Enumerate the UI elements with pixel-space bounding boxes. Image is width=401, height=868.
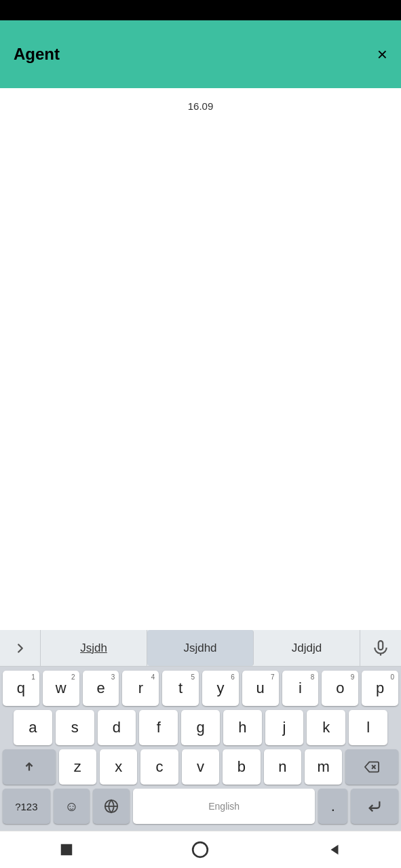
key-p[interactable]: 0 p xyxy=(362,671,398,706)
keys-container: 1 q 2 w 3 e 4 r 5 t 6 y xyxy=(0,667,401,831)
return-icon xyxy=(367,799,382,814)
key-y[interactable]: 6 y xyxy=(202,671,239,706)
key-z[interactable]: z xyxy=(59,749,96,785)
keyboard-area: Jsjdh Jsjdhd Jdjdjd 1 q 2 w xyxy=(0,630,401,831)
key-b[interactable]: b xyxy=(223,749,260,785)
suggestions-list: Jsjdh Jsjdhd Jdjdjd xyxy=(41,630,360,666)
key-row-1: 1 q 2 w 3 e 4 r 5 t 6 y xyxy=(3,671,398,706)
backspace-icon xyxy=(364,760,379,774)
mic-button[interactable] xyxy=(360,630,401,667)
svg-rect-5 xyxy=(61,844,73,856)
key-c[interactable]: c xyxy=(140,749,178,785)
suggestion-item-1[interactable]: Jsjdhd xyxy=(147,630,254,666)
home-button[interactable] xyxy=(191,841,209,859)
key-e[interactable]: 3 e xyxy=(83,671,119,706)
numbers-key[interactable]: ?123 xyxy=(3,789,50,824)
key-g[interactable]: g xyxy=(181,710,220,745)
svg-marker-7 xyxy=(331,845,339,855)
shift-icon xyxy=(22,760,37,774)
key-j[interactable]: j xyxy=(265,710,304,745)
key-x[interactable]: x xyxy=(100,749,137,785)
key-row-3: z x c v b n m xyxy=(3,749,398,785)
timestamp: 16.09 xyxy=(188,100,214,112)
square-icon xyxy=(59,842,74,857)
recent-apps-button[interactable] xyxy=(59,842,74,857)
navigation-bar xyxy=(0,831,401,868)
key-i[interactable]: 8 i xyxy=(282,671,319,706)
key-l[interactable]: l xyxy=(349,710,387,745)
suggestions-bar: Jsjdh Jsjdhd Jdjdjd xyxy=(0,630,401,667)
app-title: Agent xyxy=(14,45,60,64)
globe-icon xyxy=(104,799,119,814)
close-button[interactable]: × xyxy=(377,45,387,63)
suggestion-item-2[interactable]: Jdjdjd xyxy=(254,630,360,666)
globe-key[interactable] xyxy=(93,789,130,824)
key-u[interactable]: 7 u xyxy=(242,671,279,706)
back-button[interactable] xyxy=(327,842,342,857)
suggestions-arrow-button[interactable] xyxy=(0,630,41,667)
key-m[interactable]: m xyxy=(305,749,342,785)
key-q[interactable]: 1 q xyxy=(3,671,39,706)
key-v[interactable]: v xyxy=(182,749,219,785)
key-n[interactable]: n xyxy=(264,749,301,785)
circle-icon xyxy=(191,841,209,859)
svg-point-6 xyxy=(193,842,208,857)
space-key[interactable]: English xyxy=(133,789,315,824)
key-row-2: a s d f g h j k l xyxy=(3,710,398,745)
period-key[interactable]: . xyxy=(318,789,347,824)
key-w[interactable]: 2 w xyxy=(43,671,79,706)
app-header: Agent × xyxy=(0,20,401,88)
key-t[interactable]: 5 t xyxy=(162,671,199,706)
key-f[interactable]: f xyxy=(139,710,178,745)
key-d[interactable]: d xyxy=(98,710,136,745)
status-bar xyxy=(0,0,401,20)
key-row-4: ?123 ☺ English . xyxy=(3,789,398,824)
emoji-key[interactable]: ☺ xyxy=(54,789,90,824)
backspace-key[interactable] xyxy=(345,749,398,785)
key-r[interactable]: 4 r xyxy=(122,671,159,706)
key-k[interactable]: k xyxy=(307,710,345,745)
key-a[interactable]: a xyxy=(14,710,52,745)
main-content: 16.09 xyxy=(0,88,401,509)
arrow-right-icon xyxy=(13,641,28,656)
return-key[interactable] xyxy=(351,789,398,824)
suggestion-item-0[interactable]: Jsjdh xyxy=(41,630,147,666)
key-o[interactable]: 9 o xyxy=(322,671,358,706)
key-s[interactable]: s xyxy=(56,710,94,745)
mic-icon xyxy=(372,639,389,657)
shift-key[interactable] xyxy=(3,749,56,785)
back-triangle-icon xyxy=(327,842,342,857)
key-h[interactable]: h xyxy=(223,710,262,745)
